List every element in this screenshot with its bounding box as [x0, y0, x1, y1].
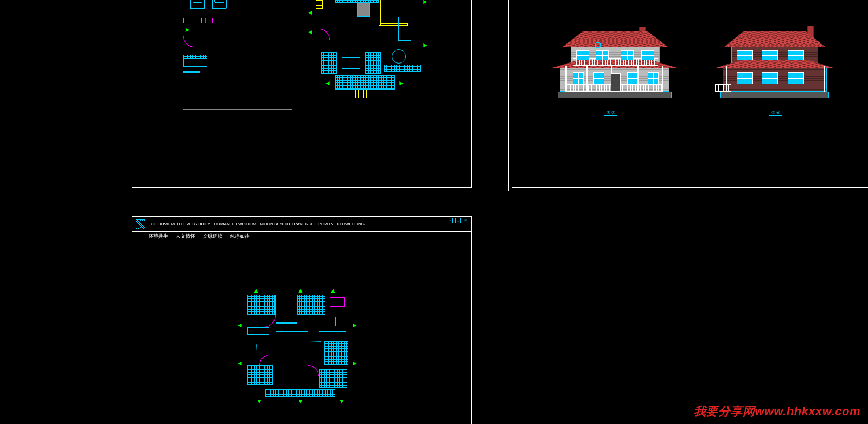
- wall: [319, 331, 346, 332]
- dining-table: [398, 17, 411, 41]
- maximize-icon[interactable]: □: [455, 218, 461, 223]
- bathroom: [324, 341, 348, 365]
- sheet-plan-2: GOODVIEW TO EVERYBODY · HUMAN TO WISDOM …: [129, 213, 475, 424]
- arrow-icon: ◄: [324, 80, 331, 86]
- titleblock-nav: 环境共生 人文情怀 文脉延续 纯净如往: [149, 233, 250, 240]
- window: [596, 50, 609, 60]
- wall: [276, 322, 297, 324]
- column: [824, 66, 825, 92]
- titleblock: GOODVIEW TO EVERYBODY · HUMAN TO WISDOM …: [132, 217, 471, 232]
- sheet-elevations: ① ② ③ ④: [508, 0, 868, 191]
- arrow-icon: ◄: [307, 9, 314, 16]
- arrow-icon: ▲: [253, 287, 259, 294]
- coffee-table: [342, 57, 360, 69]
- stairs-icon: [355, 90, 374, 98]
- ornament-icon: [595, 42, 601, 48]
- car-icon: [190, 0, 205, 9]
- nav-item: 纯净如往: [230, 233, 250, 240]
- window: [576, 50, 589, 60]
- minimize-icon[interactable]: -: [448, 218, 453, 223]
- window: [627, 72, 638, 84]
- arrow-icon: ◄: [307, 29, 314, 35]
- window: [737, 50, 753, 60]
- window: [648, 72, 659, 84]
- window: [641, 50, 654, 60]
- window: [762, 50, 778, 60]
- sofa-long: [384, 65, 421, 72]
- bed: [319, 369, 347, 388]
- window: [762, 72, 778, 84]
- bed: [247, 365, 273, 385]
- window: [593, 72, 604, 84]
- watermark-text: 我要分享网www.hhkxxw.com: [694, 403, 860, 420]
- logo-icon: [136, 219, 145, 229]
- sofa: [365, 52, 381, 74]
- window: [573, 72, 584, 84]
- closet: [330, 297, 345, 307]
- window: [788, 50, 804, 60]
- stair-rail: [322, 0, 324, 9]
- balcony: [265, 389, 335, 397]
- appliance: [357, 3, 370, 17]
- bed: [247, 295, 276, 315]
- plan-left-cluster: ➤: [183, 0, 281, 93]
- roof: [562, 31, 668, 47]
- arrow-icon: ►: [422, 0, 429, 5]
- nav-item: 环境共生: [149, 233, 168, 240]
- stairs-icon: [316, 0, 322, 9]
- nav-item: 人文情怀: [176, 233, 195, 240]
- titleblock-subtitle: GOODVIEW TO EVERYBODY · HUMAN TO WISDOM …: [151, 222, 468, 226]
- arrow-icon: ►: [422, 42, 429, 48]
- bed: [297, 295, 326, 315]
- wall: [183, 71, 200, 73]
- arrow-icon: ►: [352, 322, 358, 328]
- foundation: [558, 92, 672, 98]
- cabinet: [183, 55, 207, 59]
- nav-item: 文脉延续: [203, 233, 222, 240]
- arrow-icon: ➤: [184, 27, 190, 33]
- elevation-label: ① ②: [604, 110, 617, 116]
- dimension-line: [183, 109, 292, 110]
- door-swing: [183, 36, 194, 47]
- door-swing: [319, 29, 330, 40]
- arrow-icon: ▼: [339, 398, 345, 404]
- window: [621, 50, 634, 60]
- arrow-icon: ◄: [237, 322, 243, 328]
- arrow-icon: ►: [352, 360, 358, 366]
- close-icon[interactable]: ×: [463, 218, 468, 223]
- elevation-front: [541, 22, 688, 98]
- fixture: [314, 18, 322, 23]
- arrow-icon: ▼: [256, 398, 263, 404]
- cabinet: [247, 327, 269, 335]
- door-swing: [264, 315, 276, 327]
- sofa: [321, 52, 337, 74]
- elevation-label: ③ ④: [769, 110, 782, 116]
- fixture: [205, 18, 213, 23]
- arrow-icon: ▼: [297, 398, 304, 404]
- sheet-plan-1: ➤ ◄ ◄ ◄ ► ► ►: [129, 0, 475, 191]
- plan-floor2: ▲ ▲ ▲ ◄ ◄ ► ► ▼ ▼ ▼: [243, 289, 373, 409]
- arrow-icon: ◄: [237, 360, 243, 366]
- counter: [183, 18, 202, 23]
- railing: [715, 84, 731, 92]
- window: [788, 72, 804, 84]
- plan-right-cluster: ◄ ◄ ◄ ► ► ►: [303, 0, 444, 102]
- arrow-icon: ►: [398, 80, 405, 86]
- window: [737, 72, 753, 84]
- door: [611, 73, 621, 92]
- terrace: [335, 75, 395, 90]
- partition: [379, 0, 381, 26]
- dimension-line: [324, 131, 417, 131]
- fixture: [335, 317, 348, 326]
- wall: [276, 331, 308, 332]
- car-icon: [212, 0, 227, 9]
- arrow-icon: ▲: [297, 287, 304, 294]
- arrow-icon: ▲: [330, 287, 336, 294]
- elevation-side: [710, 22, 845, 98]
- window-controls: - □ ×: [448, 218, 468, 223]
- foundation: [720, 92, 829, 98]
- round-table: [392, 49, 406, 64]
